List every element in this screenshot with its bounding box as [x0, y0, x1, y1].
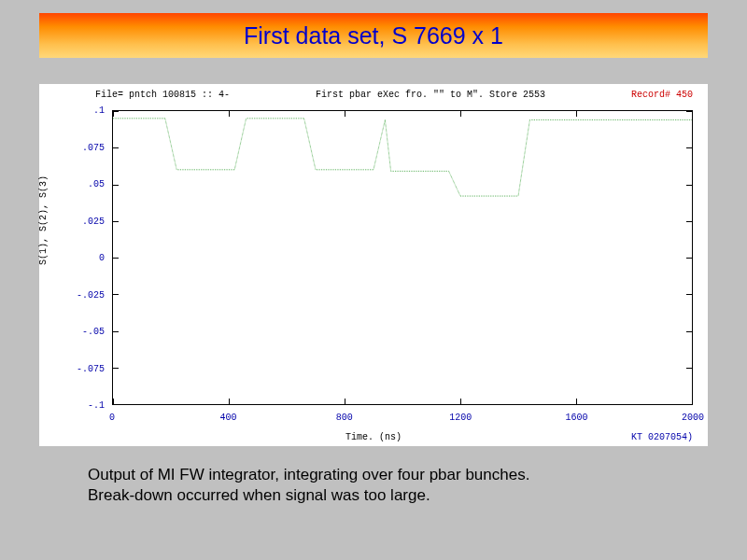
x-tick: 400 — [219, 413, 236, 423]
y-tick: .05 — [88, 179, 105, 189]
x-axis-label: Time. (ns) — [345, 432, 402, 442]
y-ticks: .1 .075 .05 .025 0 -.025 -.05 -.075 -.1 — [39, 110, 108, 405]
y-tick: -.075 — [77, 363, 105, 373]
chart-header: File= pntch 100815 :: 4- First pbar eXec… — [39, 90, 708, 100]
x-tick: 1200 — [449, 413, 472, 423]
footer-right: KT 0207054) — [631, 432, 693, 442]
caption: Output of MI FW integrator, integrating … — [88, 465, 747, 506]
slide-title: First data set, S 7669 x 1 — [244, 22, 503, 49]
header-center: First pbar eXec fro. "" to M". Store 255… — [316, 90, 545, 100]
y-tick: -.025 — [77, 289, 105, 300]
caption-line: Break-down occurred when signal was too … — [88, 485, 747, 506]
trace-line — [113, 111, 692, 404]
x-tick: 0 — [109, 413, 115, 423]
y-tick: -.05 — [82, 327, 105, 337]
chart-container: File= pntch 100815 :: 4- First pbar eXec… — [39, 84, 708, 446]
x-ticks: 0 400 800 1200 1600 2000 — [112, 413, 693, 426]
y-tick: .025 — [82, 216, 105, 226]
caption-line: Output of MI FW integrator, integrating … — [88, 465, 747, 485]
header-left: File= pntch 100815 :: 4- — [95, 90, 230, 100]
x-tick: 1600 — [566, 413, 588, 423]
y-tick: -.1 — [88, 400, 105, 411]
plot-area — [112, 110, 693, 405]
x-tick: 2000 — [682, 413, 704, 423]
y-tick: .075 — [82, 142, 105, 152]
y-tick: 0 — [99, 253, 105, 263]
x-tick: 800 — [336, 413, 353, 423]
y-tick: .1 — [93, 105, 105, 116]
header-right: Record# 450 — [631, 90, 693, 100]
slide-title-bar: First data set, S 7669 x 1 — [39, 13, 708, 58]
